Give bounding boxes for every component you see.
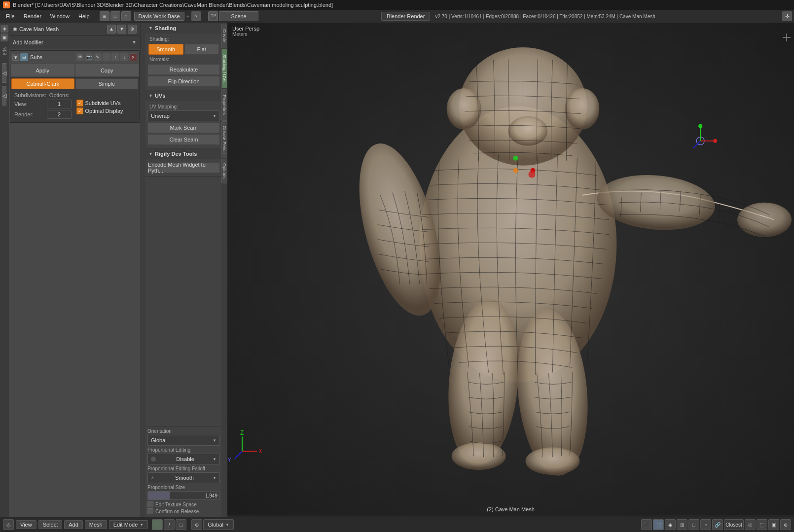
bottom-icon-4[interactable]: ⊞ xyxy=(677,519,687,530)
modifier-viewport-icon[interactable]: 📷 xyxy=(85,53,93,61)
mesh-menu-btn[interactable]: Mesh xyxy=(85,520,107,529)
subdivide-uvs-row: ✓ Subdivide UVs xyxy=(76,100,136,106)
bottom-icon-1[interactable]: ⬛ xyxy=(641,519,652,530)
n-panel-tab-options[interactable]: Options xyxy=(221,159,227,183)
menu-help[interactable]: Help xyxy=(74,12,94,20)
close-workspace-btn[interactable]: × xyxy=(191,11,201,21)
closest-dropdown[interactable]: Closest xyxy=(724,519,744,530)
view-label: View: xyxy=(14,101,44,107)
render-row: Render: xyxy=(14,110,73,119)
left-sidebar: ◉ Cave Man Mesh ▲ ▼ ⊕ Add Modifier ▼ ▾ ⊞… xyxy=(9,23,141,517)
bottom-icon-2[interactable]: ⬚ xyxy=(653,519,664,530)
modifier-down-icon[interactable]: ↓ xyxy=(120,53,128,61)
simple-button[interactable]: Simple xyxy=(75,78,139,89)
uvs-section-arrow: ▼ xyxy=(148,93,153,98)
bottom-mode-icon[interactable]: ◎ xyxy=(3,519,14,530)
menu-file[interactable]: File xyxy=(2,12,19,20)
bottom-icon-6[interactable]: ○ xyxy=(700,519,711,530)
modifier-render-icon[interactable]: 👁 xyxy=(76,53,84,61)
workspace-button[interactable]: Davis Work Base xyxy=(134,12,184,21)
proportional-icon[interactable]: ◎ xyxy=(745,519,756,530)
confirm-on-release-checkbox[interactable] xyxy=(147,508,153,514)
scene-dropdown[interactable]: Scene xyxy=(219,11,258,21)
workspace-icon-2[interactable]: □ xyxy=(110,11,120,21)
view-input[interactable] xyxy=(47,100,72,108)
properties-header: ◉ Cave Man Mesh ▲ ▼ ⊕ xyxy=(9,23,141,35)
modifier-close-icon[interactable]: × xyxy=(129,53,137,61)
n-panel-tab-properties[interactable]: Properties xyxy=(221,89,227,121)
viewport-info: User Persp Meters xyxy=(232,26,259,37)
select-menu-btn[interactable]: Select xyxy=(38,520,63,529)
render-input[interactable] xyxy=(47,110,72,119)
collapse-arrow-2[interactable]: ◁ xyxy=(2,86,6,106)
menu-render[interactable]: Render xyxy=(20,12,45,20)
snap-icon[interactable]: 🔗 xyxy=(712,519,723,530)
rigify-section-header[interactable]: ▼ Rigify Dev Tools xyxy=(145,148,222,159)
flip-direction-button[interactable]: Flip Direction xyxy=(147,76,220,87)
n-panel-tab-create[interactable]: Create xyxy=(221,24,227,48)
collapse-arrow-1[interactable]: ◁ xyxy=(2,63,6,83)
optimal-display-checkbox[interactable]: ✓ xyxy=(76,107,83,114)
clear-seam-button[interactable]: Clear Seam xyxy=(147,134,220,145)
vertex-mode-icon[interactable]: · xyxy=(152,519,163,530)
smooth-shading-button[interactable]: Smooth xyxy=(148,44,183,55)
n-panel-tab-shading-uvs[interactable]: Shading / UVs xyxy=(221,49,227,88)
modifier-edit-icon[interactable]: ✎ xyxy=(94,53,102,61)
bottom-icon-3[interactable]: ◉ xyxy=(665,519,676,530)
n-panel-tabs: Create Shading / UVs Properties Grease P… xyxy=(221,23,227,517)
add-menu-btn[interactable]: Add xyxy=(64,520,83,529)
copy-button[interactable]: Copy xyxy=(75,64,140,77)
modifier-up-icon[interactable]: ↑ xyxy=(111,53,119,61)
props-icon-btn-3[interactable]: ⊕ xyxy=(128,25,137,34)
global-dropdown[interactable]: Global ▼ xyxy=(203,519,234,530)
far-left-side-tabs: ◈ ▣ eds ◁ ◁ xyxy=(0,23,9,517)
add-modifier-bar[interactable]: Add Modifier ▼ xyxy=(9,35,141,49)
modifier-toggle[interactable]: ▾ xyxy=(12,54,19,61)
shading-section: ▼ Shading Shading: Smooth Flat Normals: … xyxy=(145,23,222,90)
modifier-header: ▾ ⊞ Subs 👁 📷 ✎ ⋯ ↑ ↓ × xyxy=(10,51,139,64)
crosshair-icon[interactable]: ✛ xyxy=(782,11,792,21)
mark-seam-button[interactable]: Mark Seam xyxy=(147,122,220,133)
bottom-icon-10[interactable]: ⊕ xyxy=(780,519,791,530)
edit-mode-dropdown[interactable]: Edit Mode ▼ xyxy=(109,520,148,529)
view-menu-btn[interactable]: View xyxy=(16,520,36,529)
unwrap-dropdown[interactable]: Unwrap ▼ xyxy=(147,110,220,121)
encode-mesh-button[interactable]: Encode Mesh Widget to Pyth... xyxy=(147,162,220,173)
face-mode-icon[interactable]: □ xyxy=(176,519,186,530)
mirror-icon[interactable]: ⬚ xyxy=(757,519,767,530)
edit-texture-space-checkbox[interactable] xyxy=(147,501,153,507)
bottom-icon-9[interactable]: ▣ xyxy=(768,519,779,530)
modifier-frame-icon[interactable]: ⋯ xyxy=(103,53,110,61)
mesh-label-tab[interactable]: eds xyxy=(2,45,7,57)
n-panel-tab-grease-pencil[interactable]: Grease Pencil xyxy=(221,121,227,158)
modifier-type-icon[interactable]: ⊞ xyxy=(20,53,28,61)
workspace-icon-1[interactable]: ⊞ xyxy=(100,11,109,21)
subdivide-uvs-checkbox[interactable]: ✓ xyxy=(76,100,83,106)
props-icon-btn-1[interactable]: ▲ xyxy=(107,25,116,34)
shading-section-arrow: ▼ xyxy=(148,26,153,31)
engine-dropdown[interactable]: Blender Render xyxy=(381,12,430,21)
workspace-icon-3[interactable]: ○ xyxy=(121,11,131,21)
shading-section-header[interactable]: ▼ Shading xyxy=(145,23,222,34)
orientation-dropdown[interactable]: Global ▼ xyxy=(147,435,220,446)
proportional-size-slider[interactable]: 1.949 xyxy=(147,491,220,500)
uvs-section: ▼ UVs UV Mapping: Unwrap ▼ Mark Seam Cle… xyxy=(145,90,222,148)
rigify-section: ▼ Rigify Dev Tools Encode Mesh Widget to… xyxy=(145,148,222,177)
scene-icon[interactable]: 🎬 xyxy=(208,11,218,21)
subdivisions-label-row: Subdivisions: Options: xyxy=(14,92,135,98)
uvs-section-header[interactable]: ▼ UVs xyxy=(145,90,222,101)
flat-shading-button[interactable]: Flat xyxy=(184,44,219,55)
props-icon-btn-2[interactable]: ▼ xyxy=(117,25,126,34)
apply-button[interactable]: Apply xyxy=(10,64,75,77)
edge-mode-icon[interactable]: / xyxy=(164,519,175,530)
side-tab-icon-2[interactable]: ▣ xyxy=(0,34,8,41)
catmull-clark-button[interactable]: Catmull-Clark xyxy=(11,78,74,89)
side-tab-icon[interactable]: ◈ xyxy=(0,25,8,33)
proportional-editing-dropdown[interactable]: Disable ▼ xyxy=(147,454,220,464)
bottom-icon-5[interactable]: □ xyxy=(688,519,699,530)
proportional-falloff-dropdown[interactable]: ∧ Smooth ▼ xyxy=(147,472,220,483)
pivot-icon[interactable]: ⊕ xyxy=(191,519,202,530)
viewport[interactable]: X Z Y User Persp Meters (2) Cave Man Mes… xyxy=(227,23,794,517)
recalculate-button[interactable]: Recalculate xyxy=(147,64,220,75)
menu-window[interactable]: Window xyxy=(46,12,73,20)
